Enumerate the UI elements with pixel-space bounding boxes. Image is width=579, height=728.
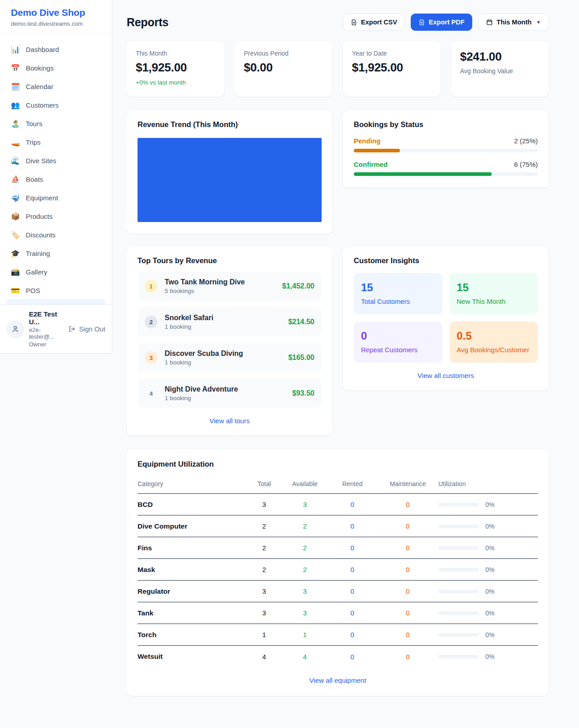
cell-rented: 0	[327, 544, 377, 552]
utilization-percent: 0%	[485, 523, 494, 530]
view-all-equipment-link[interactable]: View all equipment	[138, 676, 538, 684]
main-content: Reports Export CSV Export PDF This Month	[112, 0, 579, 696]
insight-tile: 15 New This Month	[450, 273, 538, 314]
cell-utilization: 0%	[438, 588, 538, 595]
sidebar-item-icon: 📦	[11, 212, 20, 221]
status-bar-fill	[354, 149, 400, 152]
view-all-tours-link[interactable]: View all tours	[138, 417, 322, 425]
cell-total: 2	[246, 566, 282, 573]
sign-out-button[interactable]: Sign Out	[68, 325, 105, 333]
revenue-trend-card: Revenue Trend (This Month)	[127, 110, 332, 234]
cell-category: Torch	[138, 631, 246, 639]
sidebar-item-icon: 🎓	[11, 249, 20, 258]
stats-row: This Month $1,925.00 +0% vs last month P…	[127, 41, 549, 97]
utilization-bar-track	[438, 546, 479, 550]
calendar-icon	[486, 19, 493, 26]
sidebar-item[interactable]: 🌊 Dive Sites	[0, 151, 112, 170]
stat-label: Year to Date	[352, 50, 432, 57]
sidebar-item[interactable]: 🏷️ Discounts	[0, 226, 112, 244]
cell-rented: 0	[327, 522, 377, 530]
sidebar-item[interactable]: 📊 Dashboard	[0, 40, 112, 59]
sidebar-item[interactable]: 👥 Customers	[0, 96, 112, 114]
cell-total: 1	[246, 631, 282, 638]
col-available: Available	[282, 480, 327, 487]
tour-bookings: 1 booking	[165, 323, 281, 330]
table-row: Regulator 3 3 0 0 0%	[138, 581, 538, 602]
sidebar-item-label: Trips	[26, 138, 41, 146]
equipment-table: Category Total Available Rented Maintena…	[138, 477, 538, 667]
equipment-utilization-card: Equipment Utilization Category Total Ava…	[127, 449, 549, 696]
insight-label: Repeat Customers	[361, 346, 435, 354]
sidebar-item[interactable]: 🤿 Equipment	[0, 189, 112, 207]
sidebar-item-icon: 🗓️	[11, 82, 20, 91]
person-icon	[11, 325, 20, 334]
status-row: Pending 2 (25%)	[354, 137, 538, 152]
sidebar-item-reports-partial[interactable]	[5, 299, 106, 304]
tour-rank-badge: 4	[145, 387, 157, 400]
tour-row[interactable]: 1 Two Tank Morning Dive 5 bookings $1,45…	[138, 272, 322, 301]
tour-name: Snorkel Safari	[165, 314, 281, 322]
tour-rank-badge: 2	[145, 316, 157, 328]
file-download-icon	[351, 19, 357, 26]
sidebar-item[interactable]: 🚤 Trips	[0, 133, 112, 151]
tour-name: Night Dive Adventure	[165, 385, 285, 393]
cell-total: 3	[246, 609, 282, 617]
export-csv-button[interactable]: Export CSV	[343, 14, 405, 31]
stat-card-year-to-date: Year to Date $1,925.00	[343, 41, 441, 97]
utilization-percent: 0%	[485, 544, 494, 552]
view-all-customers-link[interactable]: View all customers	[354, 372, 538, 379]
chevron-down-icon: ▼	[536, 19, 541, 25]
stat-card-previous-period: Previous Period $0.00	[235, 41, 332, 97]
tour-row[interactable]: 4 Night Dive Adventure 1 booking $93.50	[138, 379, 322, 408]
sidebar: Demo Dive Shop demo.test.divestreams.com…	[0, 0, 112, 354]
export-pdf-button[interactable]: Export PDF	[411, 14, 472, 31]
cell-maintenance: 0	[377, 544, 438, 552]
table-row: Fins 2 2 0 0 0%	[138, 537, 538, 559]
sidebar-item[interactable]: ⛵ Boats	[0, 170, 112, 189]
insight-value: 15	[457, 281, 531, 294]
sidebar-item[interactable]: 🎓 Training	[0, 244, 112, 263]
sidebar-item-icon: 🚤	[11, 138, 20, 147]
sidebar-item-icon: 🏝️	[11, 119, 20, 128]
cell-rented: 0	[327, 501, 377, 508]
user-box: E2E Test U... e2e-tester@... Owner Sign …	[0, 304, 112, 353]
sidebar-item-label: Products	[26, 213, 52, 220]
cell-total: 4	[246, 653, 282, 661]
cell-rented: 0	[327, 631, 377, 638]
period-dropdown[interactable]: This Month ▼	[478, 14, 549, 31]
sidebar-item[interactable]: 🏝️ Tours	[0, 114, 112, 133]
utilization-percent: 0%	[485, 631, 494, 638]
brand-domain: demo.test.divestreams.com	[11, 20, 101, 27]
col-rented: Rented	[327, 480, 377, 487]
insight-tile: 15 Total Customers	[354, 273, 442, 314]
tour-row[interactable]: 2 Snorkel Safari 1 booking $214.50	[138, 307, 322, 336]
cell-maintenance: 0	[377, 566, 438, 573]
cell-category: Dive Computer	[138, 522, 246, 530]
cell-total: 3	[246, 587, 282, 595]
utilization-bar-track	[438, 525, 479, 528]
utilization-bar-track	[438, 611, 479, 615]
insight-label: Total Customers	[361, 298, 435, 305]
sidebar-item[interactable]: 📅 Bookings	[0, 59, 112, 77]
brand-name: Demo Dive Shop	[11, 7, 101, 18]
utilization-percent: 0%	[485, 501, 494, 508]
insight-value: 0.5	[457, 330, 531, 342]
bookings-by-status-card: Bookings by Status Pending 2 (25%)	[343, 110, 549, 188]
header-actions: Export CSV Export PDF This Month ▼	[343, 14, 549, 31]
utilization-percent: 0%	[485, 566, 494, 573]
tour-row[interactable]: 3 Discover Scuba Diving 1 booking $165.0…	[138, 343, 322, 372]
table-row: BCD 3 3 0 0 0%	[138, 494, 538, 515]
sidebar-item[interactable]: 🗓️ Calendar	[0, 77, 112, 96]
cell-available: 1	[282, 631, 327, 638]
sidebar-item-label: POS	[26, 287, 40, 294]
cell-utilization: 0%	[438, 523, 538, 530]
sidebar-item[interactable]: 📦 Products	[0, 207, 112, 226]
tour-rank-badge: 1	[145, 280, 157, 293]
sidebar-item-icon: ⛵	[11, 175, 20, 184]
cell-category: Wetsuit	[138, 652, 246, 661]
sidebar-item[interactable]: 📸 Gallery	[0, 263, 112, 281]
status-label: Confirmed	[354, 161, 388, 168]
cell-utilization: 0%	[438, 631, 538, 638]
cell-available: 2	[282, 544, 327, 552]
sidebar-item[interactable]: 💳 POS	[0, 281, 112, 299]
